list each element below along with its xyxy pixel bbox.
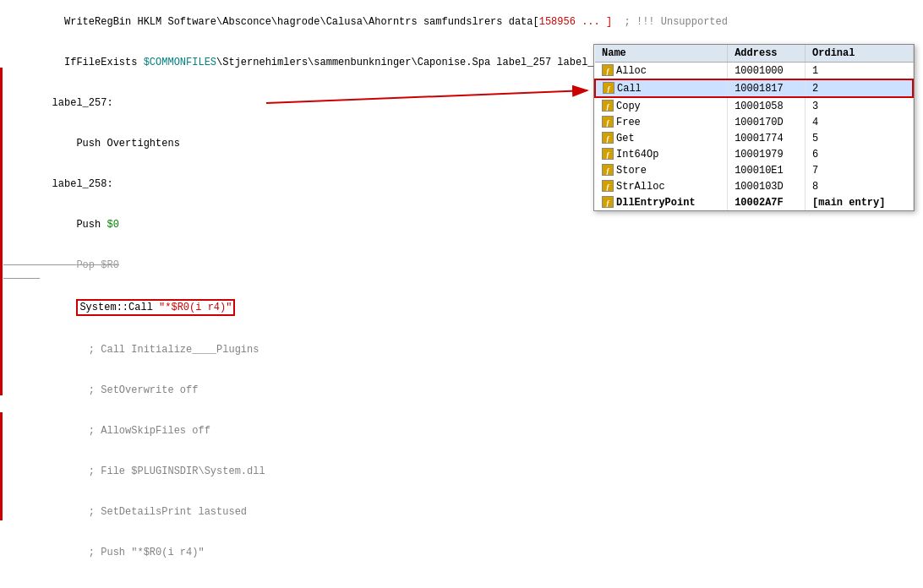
main-container: WriteRegBin HKLM Software\Absconce\hagro… xyxy=(0,0,923,588)
line-comment-push-r4: ; Push "*$R0(i r4)" xyxy=(0,532,923,573)
cell-address: 10001774 xyxy=(728,130,806,146)
line-comment-setdetails: ; SetDetailsPrint lastused xyxy=(0,492,923,532)
cell-ordinal: 8 xyxy=(806,178,913,194)
cell-ordinal: 1 xyxy=(806,63,913,80)
cell-address: 10001000 xyxy=(728,63,806,80)
cell-name: fCall xyxy=(595,79,728,97)
cell-ordinal: 5 xyxy=(806,130,913,146)
col-ordinal: Ordinal xyxy=(806,45,913,63)
cell-address: 10001817 xyxy=(728,79,806,97)
cell-ordinal: 6 xyxy=(806,146,913,162)
cell-name: fStrAlloc xyxy=(595,178,728,194)
line-content: WriteRegBin HKLM Software\Absconce\hagro… xyxy=(3,2,920,42)
cell-address: 100010E1 xyxy=(728,162,806,178)
table-row[interactable]: fCall100018172 xyxy=(595,79,913,97)
cell-ordinal: 4 xyxy=(806,114,913,130)
cell-address: 10001058 xyxy=(728,97,806,114)
cell-address: 1000103D xyxy=(728,178,806,194)
table-row[interactable]: fInt64Op100019796 xyxy=(595,146,913,162)
cell-address: 10001979 xyxy=(728,146,806,162)
col-name: Name xyxy=(595,45,728,63)
popup-exports-table[interactable]: Name Address Ordinal fAlloc100010001fCal… xyxy=(593,44,915,211)
line-1: WriteRegBin HKLM Software\Absconce\hagro… xyxy=(0,2,923,42)
line-comment-file: ; File $PLUGINSDIR\System.dll xyxy=(0,451,923,492)
line-comment-init: ; Call Initialize____Plugins xyxy=(0,329,923,370)
cell-address: 10002A7F xyxy=(728,194,806,210)
table-row[interactable]: fStrAlloc1000103D8 xyxy=(595,178,913,194)
cell-address: 1000170D xyxy=(728,114,806,130)
col-address: Address xyxy=(728,45,806,63)
line-pop-r0-1: Pop $R0 xyxy=(0,245,923,286)
table-row[interactable]: fDllEntryPoint10002A7F[main entry] xyxy=(595,194,913,210)
table-row[interactable]: fCopy100010583 xyxy=(595,97,913,114)
cell-ordinal: [main entry] xyxy=(806,194,913,210)
cell-name: fDllEntryPoint xyxy=(595,194,728,210)
cell-ordinal: 7 xyxy=(806,162,913,178)
cell-name: fCopy xyxy=(595,97,728,114)
table-row[interactable]: fAlloc100010001 xyxy=(595,63,913,80)
line-comment-setoverwrite: ; SetOverwrite off xyxy=(0,370,923,411)
table-row[interactable]: fFree1000170D4 xyxy=(595,114,913,130)
cell-ordinal: 3 xyxy=(806,97,913,114)
table-row[interactable]: fGet100017745 xyxy=(595,130,913,146)
line-comment-allowskip: ; AllowSkipFiles off xyxy=(0,411,923,451)
cell-ordinal: 2 xyxy=(806,79,913,97)
cell-name: fAlloc xyxy=(595,63,728,80)
cell-name: fStore xyxy=(595,162,728,178)
line-comment-callinstdll-1: ; CallInstDLL $PLUGINSDIR\System.dll Cal… xyxy=(0,573,923,588)
cell-name: fInt64Op xyxy=(595,146,728,162)
line-system-call-1: System::Call "*$R0(i r4)" xyxy=(0,286,923,329)
table-row[interactable]: fStore100010E17 xyxy=(595,162,913,178)
cell-name: fFree xyxy=(595,114,728,130)
cell-name: fGet xyxy=(595,130,728,146)
